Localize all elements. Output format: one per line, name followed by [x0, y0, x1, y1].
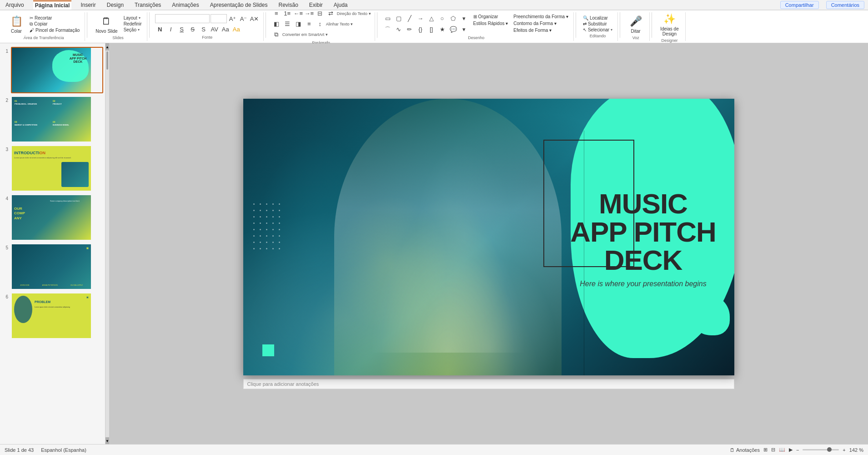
- highlight-btn[interactable]: Aa: [231, 24, 241, 34]
- reset-button[interactable]: Redefinir: [122, 21, 143, 27]
- find-button[interactable]: 🔍 Localizar: [582, 15, 614, 21]
- slide-thumb-2[interactable]: 01PROBLEM EL. CREATION 02PRODUCT 03MARKE…: [11, 96, 103, 142]
- slide-item-6[interactable]: 6 PROBLEM ▣ Lorem ipsum dolor sit amet c…: [2, 293, 103, 339]
- shape-brace[interactable]: {}: [416, 25, 426, 35]
- select-button[interactable]: ↖ Selecionar ▾: [582, 27, 614, 33]
- slide-item-4[interactable]: 4 OURCOMPANY Some company description te…: [2, 194, 103, 241]
- shape-arrow[interactable]: →: [416, 14, 426, 24]
- spacing-button[interactable]: AV: [210, 24, 220, 34]
- font-color-btn[interactable]: Aa: [221, 24, 231, 34]
- align-center-button[interactable]: ☰: [282, 19, 292, 29]
- slide-title-block[interactable]: MUSIC APP PITCH DECK Here is where your …: [566, 190, 721, 288]
- slide-item-2[interactable]: 2 01PROBLEM EL. CREATION 02PRODUCT 03MAR…: [2, 96, 103, 142]
- dictate-button[interactable]: 🎤 Ditar: [626, 13, 646, 35]
- organize-button[interactable]: ⊞ Organizar: [472, 14, 510, 20]
- slides-scrollbar[interactable]: ▲ ▼: [105, 43, 109, 445]
- slide-thumb-4[interactable]: OURCOMPANY Some company description text…: [11, 194, 103, 241]
- menu-design[interactable]: Design: [105, 1, 125, 9]
- justify-button[interactable]: ≡: [304, 19, 314, 29]
- thumb1-title: MUSICAPP PITCHDECK: [70, 53, 86, 64]
- menu-ajuda[interactable]: Ajuda: [332, 1, 350, 9]
- cut-button[interactable]: ✂ Recortar: [28, 15, 81, 21]
- view-reading-button[interactable]: 📖: [779, 447, 785, 453]
- increase-font-button[interactable]: A⁺: [228, 14, 238, 24]
- shadow-button[interactable]: S: [199, 24, 209, 34]
- paste-button[interactable]: 📋 Colar: [6, 13, 26, 35]
- bullets-button[interactable]: ≡: [271, 9, 281, 19]
- menu-revisao[interactable]: Revisão: [276, 1, 300, 9]
- col-button[interactable]: ⊟: [315, 9, 325, 19]
- shape-bracket[interactable]: []: [426, 25, 437, 35]
- shape-star[interactable]: ★: [437, 25, 447, 35]
- view-normal-button[interactable]: ⊞: [763, 447, 768, 453]
- shape-rounded[interactable]: ▢: [394, 14, 404, 24]
- comments-button[interactable]: Comentários: [826, 1, 864, 9]
- zoom-out-button[interactable]: −: [796, 447, 799, 453]
- font-size-input[interactable]: [211, 14, 227, 23]
- new-slide-button[interactable]: 🗒 Novo Slide: [93, 13, 120, 35]
- slide-thumb-6[interactable]: PROBLEM ▣ Lorem ipsum dolor sit amet con…: [11, 293, 103, 339]
- replace-button[interactable]: ⇄ Substituir: [582, 21, 614, 27]
- outline-shape-button[interactable]: Contorno da Forma ▾: [512, 20, 570, 26]
- shape-rect[interactable]: ▭: [383, 14, 393, 24]
- zoom-in-button[interactable]: +: [843, 447, 845, 453]
- italic-button[interactable]: I: [166, 24, 176, 34]
- section-button[interactable]: Seção ▾: [122, 27, 143, 33]
- menu-apresentacao[interactable]: Apresentação de Slides: [208, 1, 270, 9]
- decrease-font-button[interactable]: A⁻: [239, 14, 249, 24]
- menu-transicoes[interactable]: Transições: [133, 1, 163, 9]
- shape-callout[interactable]: 💬: [448, 25, 458, 35]
- slide-item-5[interactable]: 5 JOHN DOE ANNA PETERSON OLIVIA LOPEZ ▣: [2, 243, 103, 290]
- shape-line[interactable]: ╱: [405, 14, 415, 24]
- format-painter-button[interactable]: 🖌 Pincel de Formatação: [28, 27, 81, 33]
- slide-thumb-3[interactable]: INTRODUCTION Lorem ipsum dolor sit amet …: [11, 145, 103, 192]
- effects-shape-button[interactable]: Efeitos de Forma ▾: [512, 27, 570, 33]
- decrease-indent-button[interactable]: ←≡: [293, 9, 303, 19]
- shape-more[interactable]: ▾: [459, 14, 469, 24]
- align-right-button[interactable]: ◨: [293, 19, 303, 29]
- line-spacing-button[interactable]: ↕: [315, 19, 325, 29]
- underline-button[interactable]: S: [177, 24, 187, 34]
- clear-format-button[interactable]: A✕: [250, 14, 260, 24]
- shape-extra[interactable]: ▾: [459, 25, 469, 35]
- increase-indent-button[interactable]: →≡: [304, 9, 314, 19]
- shape-freeform[interactable]: ✏: [405, 25, 415, 35]
- font-name-input[interactable]: [155, 14, 210, 23]
- strikethrough-button[interactable]: S: [188, 24, 198, 34]
- smartart-button[interactable]: ⧉: [271, 30, 281, 40]
- notes-area[interactable]: Clique para adicionar anotações: [243, 379, 734, 389]
- shape-connector[interactable]: ⌒: [383, 25, 393, 35]
- bold-button[interactable]: N: [155, 24, 165, 34]
- align-left-button[interactable]: ◧: [271, 19, 281, 29]
- numbering-button[interactable]: 1≡: [282, 9, 292, 19]
- menu-arquivo[interactable]: Arquivo: [4, 1, 26, 9]
- slide-item-1[interactable]: 1 MUSICAPP PITCHDECK: [2, 47, 103, 93]
- view-presentation-button[interactable]: ▶: [789, 447, 793, 453]
- shape-curve[interactable]: ∿: [394, 25, 404, 35]
- slide-thumb-5[interactable]: JOHN DOE ANNA PETERSON OLIVIA LOPEZ ▣: [11, 243, 103, 290]
- quick-styles-button[interactable]: Estilos Rápidos ▾: [472, 20, 510, 26]
- scroll-thumb[interactable]: [106, 51, 108, 70]
- copy-button[interactable]: ⧉ Copiar: [28, 21, 81, 27]
- menu-exibir[interactable]: Exibir: [307, 1, 325, 9]
- menu-pagina-inicial[interactable]: Página Inicial: [33, 0, 72, 10]
- scroll-down-button[interactable]: ▼: [105, 437, 109, 445]
- shape-pentagon[interactable]: ⬠: [448, 14, 458, 24]
- shape-circle[interactable]: ○: [437, 14, 447, 24]
- menu-animacoes[interactable]: Animações: [170, 1, 201, 9]
- menu-inserir[interactable]: Inserir: [79, 1, 97, 9]
- direction-button[interactable]: ⇄: [326, 9, 336, 19]
- design-ideas-button[interactable]: ✨ Ideias de Design: [657, 11, 682, 37]
- layout-button[interactable]: Layout ▾: [122, 15, 143, 21]
- scroll-up-button[interactable]: ▲: [105, 43, 109, 51]
- slide-item-3[interactable]: 3 INTRODUCTION Lorem ipsum dolor sit ame…: [2, 145, 103, 192]
- view-slidesorter-button[interactable]: ⊟: [771, 447, 775, 453]
- fill-shape-button[interactable]: Preenchimento da Forma ▾: [512, 14, 570, 20]
- slide-canvas[interactable]: MUSIC APP PITCH DECK Here is where your …: [243, 99, 734, 375]
- notes-button[interactable]: 🗒 Anotações: [730, 447, 759, 453]
- zoom-slider[interactable]: [803, 449, 839, 450]
- slide-thumb-1[interactable]: MUSICAPP PITCHDECK: [11, 47, 103, 93]
- slide-number-3: 3: [2, 147, 8, 152]
- shape-triangle[interactable]: △: [426, 14, 437, 24]
- share-button[interactable]: Compartilhar: [780, 1, 819, 9]
